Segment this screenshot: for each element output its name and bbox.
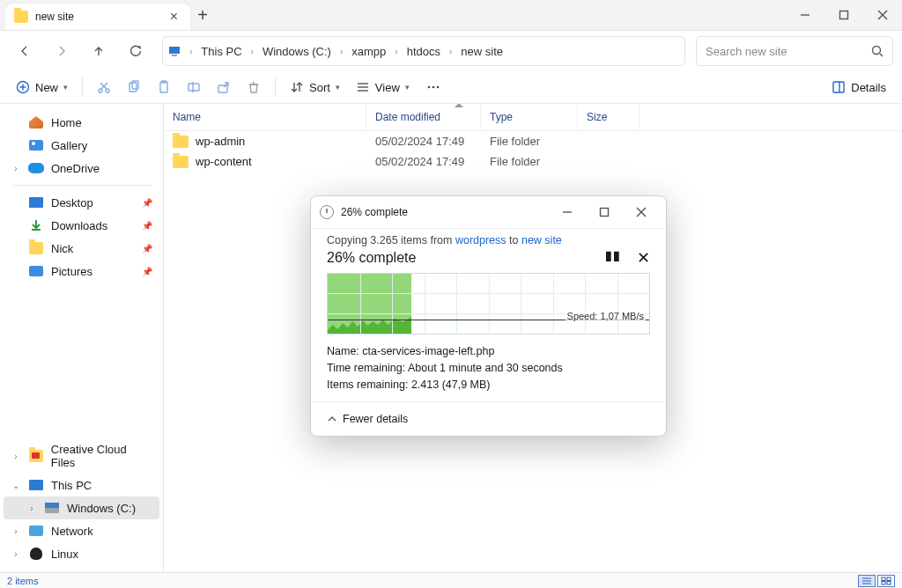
pin-icon: 📌	[142, 267, 152, 276]
col-header-date[interactable]: Date modified	[366, 104, 481, 130]
breadcrumb[interactable]: new site	[459, 43, 505, 60]
address-bar[interactable]: › This PC › Windows (C:) › xampp › htdoc…	[162, 36, 685, 66]
tab-close-button[interactable]: ×	[166, 7, 181, 26]
sidebar-item-onedrive[interactable]: ›OneDrive	[0, 157, 163, 180]
pause-button[interactable]: ▮▮	[605, 248, 621, 268]
sidebar-item-downloads[interactable]: Downloads📌	[0, 214, 163, 237]
folder-icon	[29, 242, 43, 254]
delete-button[interactable]	[240, 75, 268, 99]
svg-point-29	[433, 86, 435, 89]
copy-button[interactable]	[120, 75, 148, 99]
svg-line-7	[880, 54, 883, 56]
sort-button[interactable]: Sort ▾	[283, 75, 347, 99]
dialog-maximize-button[interactable]	[588, 202, 620, 223]
share-button[interactable]	[210, 75, 238, 99]
dialog-close-button[interactable]	[625, 202, 657, 223]
thumbnails-view-button[interactable]	[877, 575, 895, 587]
dialog-minimize-button[interactable]	[551, 202, 583, 223]
creative-cloud-icon	[29, 450, 43, 462]
pin-icon: 📌	[142, 198, 152, 208]
fewer-details-button[interactable]: Fewer details	[327, 413, 650, 425]
chevron-down-icon: ▾	[336, 83, 340, 92]
command-bar: New ▾ Sort ▾ View ▾ Details	[0, 71, 902, 104]
cancel-button[interactable]: ✕	[637, 248, 650, 268]
new-button[interactable]: New ▾	[9, 75, 75, 99]
details-view-button[interactable]	[858, 575, 876, 587]
paste-icon	[157, 80, 171, 94]
navigation-row: › This PC › Windows (C:) › xampp › htdoc…	[0, 31, 902, 71]
forward-button[interactable]	[46, 37, 78, 65]
window-tab[interactable]: new site ×	[5, 4, 190, 30]
rename-button[interactable]	[180, 75, 208, 99]
chevron-right-icon[interactable]: ›	[446, 47, 455, 56]
details-pane-button[interactable]: Details	[824, 75, 893, 99]
sidebar-item-network[interactable]: ›Network	[0, 519, 163, 542]
new-label: New	[35, 81, 58, 94]
svg-point-30	[437, 86, 440, 89]
sidebar-item-desktop[interactable]: Desktop📌	[0, 191, 163, 214]
expand-icon[interactable]: ›	[11, 164, 21, 173]
file-name: wp-admin	[196, 135, 245, 148]
copy-summary-line: Copying 3.265 items from wordpress to ne…	[327, 234, 650, 246]
sidebar-item-drive-c[interactable]: ›Windows (C:)	[4, 496, 159, 519]
col-header-name[interactable]: Name	[164, 104, 366, 130]
collapse-icon[interactable]: ⌄	[11, 481, 21, 490]
sidebar-label: Desktop	[51, 196, 93, 209]
sidebar-label: Network	[51, 525, 93, 538]
svg-rect-15	[129, 83, 137, 92]
expand-icon[interactable]: ›	[11, 452, 21, 461]
details-label: Details	[851, 81, 886, 94]
file-row[interactable]: wp-content 05/02/2024 17:49 File folder	[164, 151, 902, 172]
search-input[interactable]: Search new site	[696, 36, 893, 66]
window-close-button[interactable]	[863, 0, 902, 30]
file-row[interactable]: wp-admin 05/02/2024 17:49 File folder	[164, 131, 902, 151]
sidebar-label: This PC	[51, 479, 92, 492]
chevron-right-icon[interactable]: ›	[336, 47, 346, 56]
up-button[interactable]	[83, 37, 115, 65]
breadcrumb[interactable]: xampp	[350, 43, 388, 60]
sidebar-item-pictures[interactable]: Pictures📌	[0, 260, 163, 283]
sidebar-label: Gallery	[51, 139, 87, 152]
cut-button[interactable]	[90, 75, 118, 99]
svg-line-14	[100, 83, 107, 89]
refresh-button[interactable]	[120, 37, 152, 65]
new-tab-button[interactable]: +	[190, 5, 215, 26]
home-icon	[29, 116, 43, 129]
separator	[82, 77, 83, 97]
rename-icon	[187, 80, 201, 94]
sidebar-item-home[interactable]: Home	[0, 111, 163, 134]
back-button[interactable]	[9, 37, 41, 65]
sidebar-item-linux[interactable]: ›Linux	[0, 542, 163, 565]
more-button[interactable]	[418, 75, 448, 99]
paste-button[interactable]	[150, 75, 178, 99]
breadcrumb[interactable]: This PC	[199, 43, 243, 60]
expand-icon[interactable]: ›	[26, 503, 37, 513]
view-button[interactable]: View ▾	[349, 75, 417, 99]
copy-dest-link[interactable]: new site	[521, 234, 562, 246]
chevron-right-icon[interactable]: ›	[248, 47, 257, 56]
col-header-type[interactable]: Type	[481, 104, 578, 130]
expand-icon[interactable]: ›	[11, 526, 21, 536]
sidebar-label: Creative Cloud Files	[51, 443, 152, 469]
sidebar-label: Pictures	[51, 265, 92, 278]
chevron-right-icon[interactable]: ›	[186, 47, 196, 56]
breadcrumb[interactable]: htdocs	[405, 43, 442, 60]
sidebar-item-creative-cloud[interactable]: ›Creative Cloud Files	[0, 438, 163, 474]
maximize-button[interactable]	[824, 0, 863, 30]
minimize-button[interactable]	[786, 0, 824, 30]
breadcrumb[interactable]: Windows (C:)	[261, 43, 333, 60]
copy-source-link[interactable]: wordpress	[455, 234, 506, 246]
dialog-titlebar[interactable]: 26% complete	[311, 196, 666, 228]
sidebar-item-gallery[interactable]: Gallery	[0, 134, 163, 157]
sidebar-item-user-folder[interactable]: Nick📌	[0, 237, 163, 260]
chevron-right-icon[interactable]: ›	[391, 47, 401, 56]
tab-title: new site	[35, 11, 74, 23]
col-header-size[interactable]: Size	[578, 104, 640, 130]
sidebar-item-this-pc[interactable]: ⌄This PC	[0, 474, 163, 496]
sidebar-label: Linux	[51, 548, 78, 561]
title-bar: new site × +	[0, 0, 902, 30]
separator	[12, 185, 151, 186]
details-icon	[832, 80, 846, 94]
svg-rect-5	[172, 55, 177, 56]
expand-icon[interactable]: ›	[11, 549, 21, 559]
